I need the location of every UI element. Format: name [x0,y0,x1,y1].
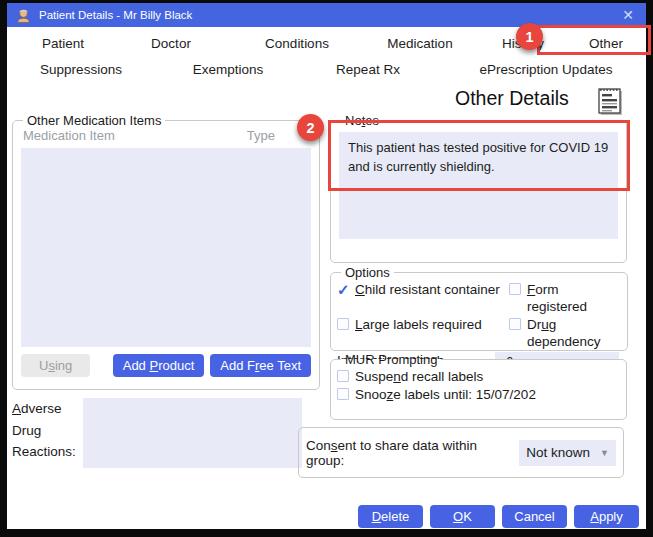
annotation-badge-2: 2 [297,114,324,141]
tab-eprescription-updates[interactable]: ePrescription Updates [480,62,613,77]
other-medication-items-legend: Other Medication Items [23,113,165,128]
add-product-button[interactable]: Add Product [113,354,205,377]
medication-items-list[interactable] [21,148,311,347]
patient-details-dialog: Patient Details - Mr Billy Black ✕ Patie… [7,3,646,529]
adverse-drug-reactions-label: Adverse Drug Reactions: [12,398,76,468]
tab-doctor[interactable]: Doctor [151,36,191,51]
chevron-down-icon: ▼ [600,448,609,458]
tab-suppressions[interactable]: Suppressions [40,62,122,77]
notes-field[interactable]: This patient has tested positive for COV… [339,132,618,239]
delete-button[interactable]: Delete [358,505,423,528]
adverse-drug-reactions-field[interactable] [83,398,302,468]
tab-patient[interactable]: Patient [42,36,84,51]
checkbox-drug-dependency[interactable]: Drug dependency [509,316,621,350]
using-button[interactable]: Using [21,354,90,377]
checkbox-label: Suspend recall labels [355,368,483,385]
checkbox-box [337,388,349,400]
tab-exemptions[interactable]: Exemptions [193,62,264,77]
title-bar: Patient Details - Mr Billy Black ✕ [7,3,646,27]
screenshot-frame: Patient Details - Mr Billy Black ✕ Patie… [0,0,653,537]
tab-repeat-rx[interactable]: Repeat Rx [336,62,400,77]
checkbox-form-registered[interactable]: Form registered [509,281,621,315]
page-title: Other Details [455,87,569,110]
ok-button[interactable]: OK [430,505,495,528]
add-free-text-button[interactable]: Add Free Text [210,354,311,377]
notes-legend: Notes [341,113,383,128]
medication-buttons-row: Using Add Product Add Free Text [19,354,313,377]
tab-other[interactable]: Other [589,36,623,51]
options-group: Options Child resistant container Form r… [330,265,628,351]
consent-label: Consent to share data within group: [306,438,511,468]
notes-group: Notes This patient has tested positive f… [330,113,627,263]
apply-button[interactable]: Apply [574,505,639,528]
column-medication-item: Medication Item [23,128,115,143]
column-type: Type [247,128,275,143]
adverse-drug-reactions: Adverse Drug Reactions: [12,398,302,468]
checkbox-suspend-recall-labels[interactable]: Suspend recall labels [337,368,620,385]
other-medication-items-group: Other Medication Items Medication Item T… [12,113,320,390]
annotation-badge-1: 1 [516,23,543,50]
checkbox-label: Form registered [527,281,621,315]
close-icon[interactable]: ✕ [618,7,638,23]
checkbox-label: Drug dependency [527,316,621,350]
checkbox-large-labels-required[interactable]: Large labels required [337,316,509,350]
consent-dropdown-value: Not known [526,445,590,460]
checkbox-label: Snooze labels until: 15/07/202 [355,386,536,403]
checkbox-box [509,318,521,330]
consent-dropdown[interactable]: Not known ▼ [519,440,616,466]
checkbox-label: Large labels required [355,316,482,333]
checkbox-child-resistant-container[interactable]: Child resistant container [337,281,509,315]
mur-prompting-legend: MUR Prompting [341,352,441,367]
mur-prompting-group: MUR Prompting Suspend recall labels Snoo… [330,352,627,420]
checkbox-label: Child resistant container [355,281,500,298]
tab-conditions[interactable]: Conditions [265,36,329,51]
consent-group: Consent to share data within group: Not … [298,427,624,478]
checkbox-box [337,370,349,382]
checkbox-snooze-labels-until[interactable]: Snooze labels until: 15/07/202 [337,386,620,403]
checkbox-box [509,283,521,295]
cancel-button[interactable]: Cancel [502,505,567,528]
window-title: Patient Details - Mr Billy Black [39,9,618,21]
tab-medication[interactable]: Medication [387,36,452,51]
options-checkbox-grid: Child resistant container Form registere… [337,281,621,350]
checkbox-box [337,318,349,330]
medication-list-header: Medication Item Type [19,128,313,143]
patient-avatar-icon [15,7,32,24]
options-legend: Options [341,265,394,280]
checkbox-box [337,283,349,295]
